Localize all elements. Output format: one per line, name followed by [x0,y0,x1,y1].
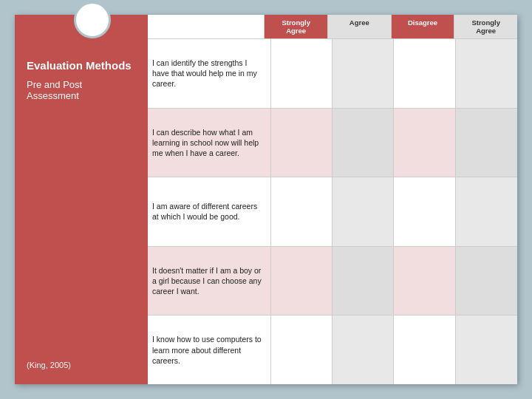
row-cell-1-1 [271,39,332,108]
row-cell-5-4 [456,316,517,384]
sidebar-top: Evaluation Methods Pre and PostAssessmen… [27,59,136,101]
row-cell-4-3 [394,247,455,316]
row-cell-1-3 [394,39,455,108]
row-cell-5-2 [332,316,394,384]
table-row: I know how to use computers to learn mor… [148,316,517,384]
header-empty [148,15,264,38]
row-cell-2-4 [456,109,517,177]
row-text-2: I can describe how what I am learning in… [148,109,271,177]
row-cell-5-1 [271,316,332,384]
table-container: StronglyAgree Agree Disagree StronglyAgr… [148,15,517,384]
slide: Evaluation Methods Pre and PostAssessmen… [15,15,517,384]
sidebar-subtitle: Pre and PostAssessment [27,79,136,101]
table-body: I can identify the strengths I have that… [148,39,517,384]
table-header: StronglyAgree Agree Disagree StronglyAgr… [148,15,517,39]
row-text-4: It doesn't matter if I am a boy or a gir… [148,247,271,316]
row-cell-2-1 [271,109,332,177]
header-disagree: Disagree [391,15,454,38]
sidebar-citation: (King, 2005) [27,361,136,369]
row-text-5: I know how to use computers to learn mor… [148,316,271,384]
circle-logo [74,1,111,38]
sidebar: Evaluation Methods Pre and PostAssessmen… [15,15,148,384]
row-text-3: I am aware of different careers at which… [148,177,271,246]
header-agree: Agree [327,15,391,38]
table-row: I am aware of different careers at which… [148,177,517,247]
row-cell-3-2 [332,177,394,246]
row-text-1: I can identify the strengths I have that… [148,39,271,108]
row-cell-4-1 [271,247,332,316]
row-cell-3-4 [456,177,517,246]
sidebar-title: Evaluation Methods [27,59,136,72]
table-row: It doesn't matter if I am a boy or a gir… [148,247,517,316]
row-cell-1-2 [332,39,394,108]
table-row: I can describe how what I am learning in… [148,109,517,178]
row-cell-2-2 [332,109,394,177]
row-cell-5-3 [394,316,455,384]
background: Evaluation Methods Pre and PostAssessmen… [0,0,532,399]
header-strongly-disagree: StronglyAgree [454,15,517,38]
row-cell-1-4 [456,39,517,108]
row-cell-4-2 [332,247,394,316]
row-cell-2-3 [394,109,455,177]
row-cell-3-1 [271,177,332,246]
row-cell-3-3 [394,177,455,246]
header-strongly-agree: StronglyAgree [264,15,327,38]
row-cell-4-4 [456,247,517,316]
table-row: I can identify the strengths I have that… [148,39,517,109]
